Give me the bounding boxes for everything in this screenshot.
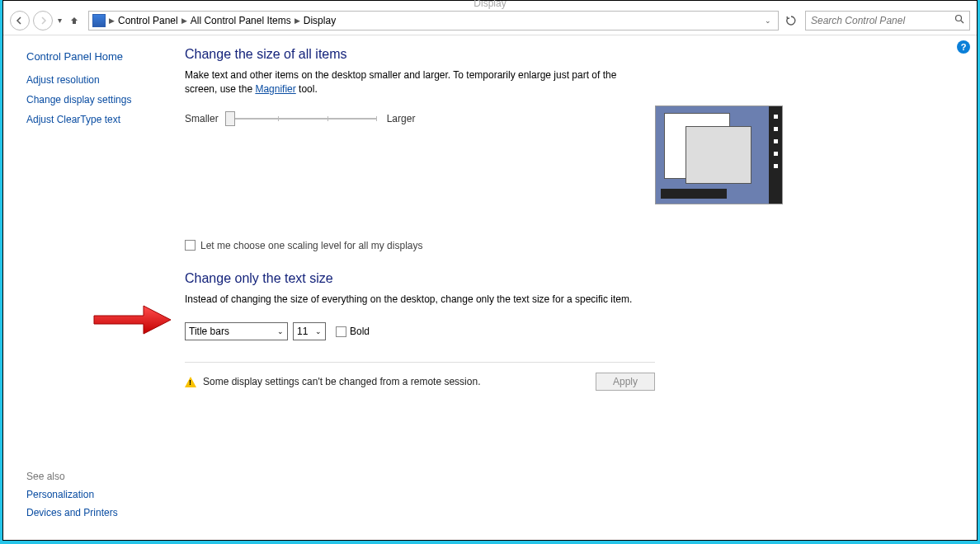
description-1: Make text and other items on the desktop… [185,68,647,96]
chevron-down-icon: ⌄ [315,327,322,335]
sidebar: Control Panel Home Adjust resolution Cha… [3,35,177,540]
slider-label-larger: Larger [387,113,416,124]
apply-button[interactable]: Apply [596,373,655,391]
scaling-slider-row: Smaller Larger [185,113,960,124]
toolbar: ▾ ▶ Control Panel ▶ All Control Panel It… [3,6,977,35]
display-preview-image [655,106,783,204]
control-panel-window: Display ▾ ▶ Control Panel ▶ All Control … [2,0,978,541]
display-icon [92,14,106,27]
item-dropdown[interactable]: Title bars ⌄ [185,322,288,340]
window-title: Display [474,0,506,9]
scaling-slider[interactable] [229,118,377,120]
chevron-right-icon[interactable]: ▶ [294,16,300,25]
scaling-checkbox-label: Let me choose one scaling level for all … [200,240,422,251]
scaling-checkbox-row: Let me choose one scaling level for all … [185,240,960,251]
breadcrumb-display[interactable]: Display [300,15,339,26]
recent-locations-icon[interactable]: ▾ [58,16,62,25]
sidebar-adjust-resolution[interactable]: Adjust resolution [26,74,167,86]
sidebar-home[interactable]: Control Panel Home [26,50,167,63]
description-2: Instead of changing the size of everythi… [185,293,647,307]
status-row: Some display settings can't be changed f… [185,373,655,391]
see-also-personalization[interactable]: Personalization [26,489,118,500]
forward-button[interactable] [33,11,53,30]
scaling-checkbox[interactable] [185,240,196,251]
up-button[interactable] [67,13,82,28]
magnifier-link[interactable]: Magnifier [255,83,295,95]
search-icon[interactable] [954,14,964,26]
warning-icon [185,377,196,387]
search-input[interactable] [811,15,954,26]
slider-thumb[interactable] [225,111,235,126]
bold-checkbox[interactable] [336,326,346,337]
body-area: ? Control Panel Home Adjust resolution C… [3,35,977,540]
breadcrumb-all-items[interactable]: All Control Panel Items [187,15,294,26]
chevron-right-icon[interactable]: ▶ [181,16,187,25]
breadcrumb-control-panel[interactable]: Control Panel [115,15,181,26]
svg-point-0 [956,16,962,21]
sidebar-adjust-cleartype[interactable]: Adjust ClearType text [26,114,167,125]
heading-change-size: Change the size of all items [185,47,960,62]
search-box[interactable] [805,11,970,30]
sidebar-change-display-settings[interactable]: Change display settings [26,94,167,106]
slider-label-smaller: Smaller [185,113,219,124]
see-also-devices-printers[interactable]: Devices and Printers [26,507,118,518]
heading-text-size: Change only the text size [185,271,960,286]
status-message: Some display settings can't be changed f… [203,376,480,387]
see-also-label: See also [26,471,118,482]
chevron-right-icon[interactable]: ▶ [109,16,115,25]
main-content: Change the size of all items Make text a… [177,35,977,540]
chevron-down-icon: ⌄ [277,327,284,335]
bold-checkbox-row: Bold [336,326,370,337]
status-left: Some display settings can't be changed f… [185,376,480,387]
bold-label: Bold [350,326,370,337]
back-button[interactable] [10,11,30,30]
font-size-dropdown[interactable]: 11 ⌄ [293,322,326,340]
see-also-section: See also Personalization Devices and Pri… [26,471,118,525]
svg-line-1 [961,21,964,23]
divider [185,362,655,363]
text-size-controls: Title bars ⌄ 11 ⌄ Bold [185,322,960,340]
address-dropdown-icon[interactable]: ⌄ [761,16,775,25]
refresh-button[interactable] [784,13,799,28]
address-bar[interactable]: ▶ Control Panel ▶ All Control Panel Item… [88,11,779,30]
